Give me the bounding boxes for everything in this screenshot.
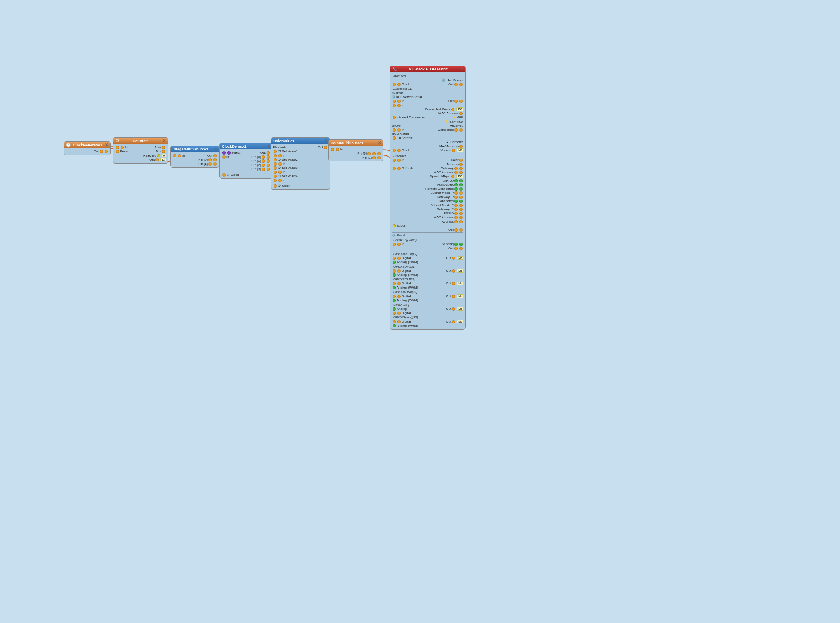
integer-ms-close[interactable]: ✕: [214, 147, 217, 151]
m5-clock2-port[interactable]: [393, 149, 396, 152]
color-ms-close[interactable]: ✕: [378, 141, 381, 145]
speed-port[interactable]: [451, 175, 454, 178]
color-ms-in-port2[interactable]: [336, 148, 339, 151]
color-ms-pin0-port2[interactable]: [372, 152, 376, 155]
connected-count-port[interactable]: [451, 108, 454, 111]
m5-clock-out-port[interactable]: [454, 83, 458, 86]
remote-connected-port2[interactable]: [459, 187, 463, 191]
digital4-out-port[interactable]: [452, 295, 455, 298]
analog5-port[interactable]: [393, 307, 396, 311]
clock-demux-pin3-port[interactable]: [262, 168, 265, 171]
m5-refresh-port[interactable]: [393, 167, 396, 170]
remote-connected-port[interactable]: [454, 187, 458, 191]
digital6-out-port[interactable]: [452, 320, 455, 323]
counter-reset-port[interactable]: [116, 150, 119, 153]
m5-in2-port2[interactable]: [397, 104, 401, 107]
counter-max-port[interactable]: [162, 146, 165, 149]
connected-port[interactable]: [454, 200, 458, 203]
analog4-port[interactable]: [393, 299, 396, 302]
digital2-port[interactable]: [393, 269, 396, 273]
m5-out-port[interactable]: [454, 228, 458, 232]
color-value-sv1-port[interactable]: [274, 150, 277, 153]
integer-ms-pin0-port[interactable]: [208, 158, 212, 161]
counter-min-port[interactable]: [162, 150, 165, 153]
serial-in-port2[interactable]: [397, 243, 401, 246]
clock-demux-pin1-port2[interactable]: [267, 159, 270, 163]
integer-ms-pin1-port2[interactable]: [213, 162, 217, 166]
integer-ms-pin0-port2[interactable]: [213, 158, 217, 161]
m5-out1-port2[interactable]: [459, 100, 463, 103]
gateway-ip2-port[interactable]: [454, 208, 458, 211]
gateway-port[interactable]: [454, 167, 458, 170]
mac-addr3-port[interactable]: [454, 216, 458, 219]
fill-screen-port[interactable]: [393, 136, 396, 140]
clock-demux-pin2-port2[interactable]: [267, 164, 270, 167]
color-value-clock-port[interactable]: [274, 184, 277, 188]
color-value-in2-port2[interactable]: [278, 162, 282, 166]
m5-in2-port[interactable]: [393, 104, 396, 107]
m5stack-close[interactable]: ✕: [460, 67, 463, 71]
sending-port[interactable]: [454, 243, 458, 246]
counter-out-port[interactable]: [155, 158, 159, 161]
digital6-port2[interactable]: [397, 320, 401, 323]
digital3-out-port[interactable]: [452, 282, 455, 285]
bssid-port2[interactable]: [459, 212, 463, 215]
m5-in4-port[interactable]: [393, 159, 396, 162]
analog5-out-port[interactable]: [452, 307, 455, 311]
digital3-port2[interactable]: [397, 282, 401, 285]
digital2-out-port[interactable]: [452, 269, 455, 273]
mac-addr-top-port[interactable]: [459, 112, 463, 115]
link-up-port2[interactable]: [459, 179, 463, 182]
gateway-ip2-port2[interactable]: [459, 208, 463, 211]
m5-in3-port2[interactable]: [397, 128, 401, 132]
digital3-port[interactable]: [393, 282, 396, 285]
digital2-port2[interactable]: [397, 269, 401, 273]
digital4-port[interactable]: [393, 295, 396, 298]
counter-close[interactable]: ✕: [162, 139, 166, 143]
clock-demux-select-port2[interactable]: [227, 151, 231, 155]
color-port[interactable]: [459, 159, 463, 162]
mac-address-wifi-port[interactable]: [459, 145, 463, 148]
infrared-port[interactable]: [393, 116, 396, 119]
color-ms-pin1-port[interactable]: [372, 156, 376, 159]
gateway-port2[interactable]: [459, 167, 463, 170]
analog6-port[interactable]: [393, 324, 396, 327]
bssid-port[interactable]: [454, 212, 458, 215]
clock-demux-out-port[interactable]: [267, 151, 270, 155]
m5-clock-port[interactable]: [393, 83, 396, 86]
completed-port2[interactable]: [459, 128, 463, 132]
analog1-port[interactable]: [393, 261, 396, 264]
clock-gen-close[interactable]: ✕: [105, 143, 108, 147]
color-value-in4-port[interactable]: [274, 179, 277, 182]
clock-demux-select-port[interactable]: [222, 151, 226, 155]
clock-demux-in-port[interactable]: [222, 155, 226, 159]
color-value-out-port[interactable]: [324, 146, 327, 149]
m5-in1-port[interactable]: [393, 100, 396, 103]
integer-ms-pin1-port[interactable]: [208, 162, 212, 166]
clock-demux-close[interactable]: ✕: [267, 144, 270, 148]
color-value-in2-port[interactable]: [274, 162, 277, 166]
serial-out-port[interactable]: [454, 247, 458, 250]
digital6-port[interactable]: [393, 320, 396, 323]
integer-ms-out-port[interactable]: [213, 154, 217, 157]
color-ms-pin0-port3[interactable]: [377, 152, 381, 155]
color-value-in1-port[interactable]: [274, 154, 277, 157]
analog2-port[interactable]: [393, 273, 396, 277]
color-ms-pin0-port[interactable]: [368, 152, 371, 155]
clock-demux-pin0-port[interactable]: [262, 155, 265, 159]
subnet-mask2-port[interactable]: [454, 204, 458, 207]
color-value-in1-port2[interactable]: [278, 154, 282, 157]
clock-demux-pin2-port[interactable]: [262, 164, 265, 167]
completed-port[interactable]: [454, 128, 458, 132]
subnet-mask-port[interactable]: [454, 191, 458, 195]
color-ms-pin1-port2[interactable]: [377, 156, 381, 159]
counter-in-port2[interactable]: [121, 146, 124, 149]
m5-in4-port2[interactable]: [397, 159, 401, 162]
clock-demux-pin3-port2[interactable]: [267, 168, 270, 171]
color-value-sv2-port[interactable]: [274, 158, 277, 161]
clock-demux-pin0-port2[interactable]: [267, 155, 270, 159]
color-value-sv4-port[interactable]: [274, 175, 277, 178]
color-value-in4-port2[interactable]: [278, 179, 282, 182]
clock-gen-out-port[interactable]: [100, 150, 103, 153]
integer-ms-in-port2[interactable]: [178, 154, 181, 157]
